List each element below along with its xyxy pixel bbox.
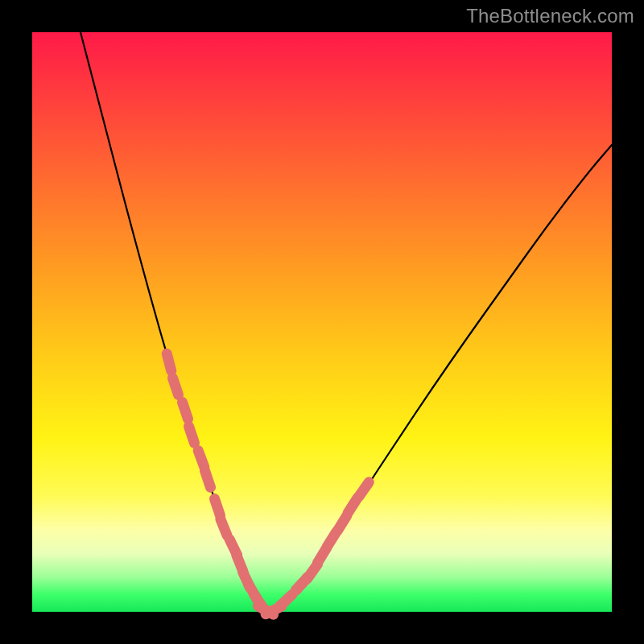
highlight-dash [279,595,292,607]
curve-svg [32,32,612,612]
highlight-dash [205,471,211,488]
highlight-dash [221,519,227,535]
chart-frame: TheBottleneck.com [0,0,644,644]
highlight-dash [359,482,369,497]
highlight-dash [189,427,195,444]
highlight-dash [173,378,179,395]
highlight-dash [198,451,204,468]
highlight-dash [167,353,171,370]
watermark-text: TheBottleneck.com [466,5,634,27]
highlight-dashes [167,353,369,614]
highlight-dash [215,499,221,516]
highlight-dash [183,402,188,419]
highlight-dash [337,516,347,531]
plot-area [32,32,612,612]
